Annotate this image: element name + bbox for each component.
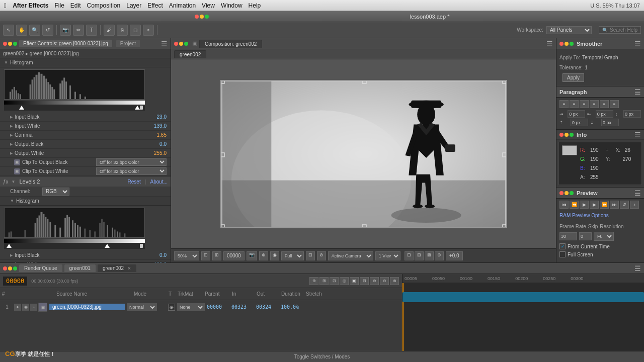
effect-controls-content[interactable]: ▼ Histogram (0, 58, 171, 262)
new-comp-btn[interactable]: ⊕ (309, 277, 318, 285)
output-white-value[interactable]: 255.0 (154, 150, 167, 156)
slider-area-1[interactable] (4, 105, 145, 111)
audio-layer-btn[interactable]: ♪ (30, 304, 37, 311)
space-before-input[interactable] (571, 119, 588, 126)
levels2-header[interactable]: ƒx ▼ Levels 2 Reset | About... (0, 176, 171, 187)
search-help[interactable]: Search Help (610, 27, 637, 33)
play-audio-btn[interactable]: ▶ (590, 201, 599, 209)
smoother-minimize[interactable] (565, 42, 569, 46)
info-maximize[interactable] (570, 133, 574, 137)
audio-btn[interactable]: ♪ (630, 201, 639, 209)
space-after-input[interactable] (601, 119, 619, 126)
expand-handle[interactable] (140, 106, 143, 110)
info-menu[interactable]: ☰ (634, 131, 641, 139)
brush-tool[interactable]: 🖌 (104, 25, 115, 36)
input-black-param[interactable]: ▶ Input Black 23.0 (0, 113, 171, 122)
comp-sub-tab[interactable]: green002 (174, 50, 206, 58)
info-minimize[interactable] (565, 133, 569, 137)
effect-controls-tab[interactable]: Effect Controls: green.[0000-0323].jpg (19, 40, 112, 47)
loop-btn[interactable]: ↺ (620, 201, 629, 209)
align-center-btn[interactable]: ≡ (570, 100, 579, 108)
comp-controls[interactable] (174, 42, 188, 46)
frame-blend-btn[interactable]: ▣ (350, 277, 359, 285)
motion-blur-btn[interactable]: ◎ (340, 277, 349, 285)
step-forward-btn[interactable]: ⏩ (600, 201, 609, 209)
view-btn-4[interactable]: ⊕ (435, 251, 444, 260)
input-black-slider-2[interactable] (7, 244, 12, 248)
menu-after-effects[interactable]: After Effects (13, 2, 48, 9)
timeline-minimize[interactable] (8, 266, 12, 270)
solo-btn[interactable]: ⊙ (380, 277, 389, 285)
pre-comp-btn[interactable]: ⊡ (330, 277, 339, 285)
slider-area-2[interactable] (4, 243, 145, 249)
close-tab-icon[interactable]: ✕ (127, 266, 131, 271)
comp-minimize[interactable] (179, 42, 183, 46)
panel-minimize[interactable] (8, 42, 12, 46)
mask-btn[interactable]: ⊘ (317, 251, 326, 260)
fit-btn[interactable]: ⊡ (201, 251, 210, 260)
green001-tab[interactable]: green001 (64, 264, 96, 272)
puppet-tool[interactable]: ⌖ (143, 25, 154, 36)
indent-left-input[interactable] (568, 110, 585, 118)
grid-btn[interactable]: ⊟ (306, 251, 315, 260)
timeline-layer-bar[interactable] (403, 292, 644, 302)
color-btn[interactable]: ◉ (270, 251, 279, 260)
expand-handle-2[interactable] (140, 244, 143, 248)
panel-controls[interactable] (3, 42, 17, 46)
levels2-input-black-param[interactable]: ▶ Input Black 0.0 (0, 251, 171, 260)
camera-tool[interactable]: 📷 (60, 25, 71, 36)
panel-menu-icon[interactable]: ☰ (161, 40, 168, 48)
preview-minimize[interactable] (565, 191, 569, 195)
clip-output-black-select[interactable]: Off for 32 bpc Color (96, 158, 167, 166)
preview-maximize[interactable] (570, 191, 574, 195)
input-white-param[interactable]: ▶ Input White 139.0 (0, 122, 171, 131)
timeline-maximize[interactable] (13, 266, 17, 270)
camera-select[interactable]: Active Camera (328, 251, 373, 260)
panel-maximize[interactable] (13, 42, 17, 46)
align-justify-btn[interactable]: ≡ (590, 100, 599, 108)
output-black-value[interactable]: 0.0 (159, 141, 167, 147)
preview-menu[interactable]: ☰ (634, 189, 641, 197)
comp-close[interactable] (174, 42, 178, 46)
info-controls[interactable] (559, 133, 574, 137)
skip-input[interactable] (579, 232, 592, 240)
clip-output-white-select[interactable]: Off for 32 bpc Color (96, 167, 167, 175)
histogram-toggle[interactable]: ▼ Histogram (0, 58, 171, 67)
input-white-value[interactable]: 139.0 (154, 123, 167, 129)
close-button[interactable] (195, 15, 199, 19)
resolution-select[interactable]: FullHalf (594, 232, 614, 241)
apple-menu[interactable]:  (4, 2, 7, 10)
preview-controls-dots[interactable] (559, 191, 574, 195)
smoother-close[interactable] (559, 42, 564, 46)
minimize-button[interactable] (200, 15, 204, 19)
preview-close[interactable] (559, 191, 564, 195)
menu-edit[interactable]: Edit (70, 2, 81, 9)
jump-end-btn[interactable]: ⏭ (610, 201, 619, 209)
rotate-tool[interactable]: ↺ (42, 25, 53, 36)
menu-composition[interactable]: Composition (87, 2, 121, 9)
green002-timeline-tab[interactable]: green002 ✕ (98, 264, 136, 272)
menu-effect[interactable]: Effect (147, 2, 163, 9)
maximize-button[interactable] (205, 15, 209, 19)
frame-rate-input[interactable] (559, 232, 577, 240)
camera-icon-btn[interactable]: 📷 (247, 251, 257, 260)
window-controls[interactable] (195, 15, 209, 19)
project-tab[interactable]: Project (116, 40, 140, 47)
channel-select[interactable]: RGB Red Green Blue Alpha (42, 188, 69, 196)
input-black-value[interactable]: 23.0 (157, 114, 167, 120)
view-btn-3[interactable]: ⊠ (425, 251, 434, 260)
clone-tool[interactable]: ⎘ (117, 25, 128, 36)
menu-layer[interactable]: Layer (126, 2, 141, 9)
draft-btn[interactable]: ⊕ (259, 251, 268, 260)
input-black-slider[interactable] (19, 106, 24, 110)
solo-layer-btn[interactable]: ● (14, 304, 21, 311)
step-back-btn[interactable]: ⏪ (570, 201, 579, 209)
guide-btn[interactable]: ⊘ (370, 277, 379, 285)
apply-button[interactable]: Apply (562, 73, 584, 82)
smoother-maximize[interactable] (570, 42, 574, 46)
text-tool[interactable]: T (86, 25, 97, 36)
align-justify-right-btn[interactable]: ≡ (600, 100, 609, 108)
pen-tool[interactable]: ✏ (73, 25, 84, 36)
lock-btn[interactable]: ⊗ (390, 277, 399, 285)
levels2-about[interactable]: About... (150, 179, 168, 185)
